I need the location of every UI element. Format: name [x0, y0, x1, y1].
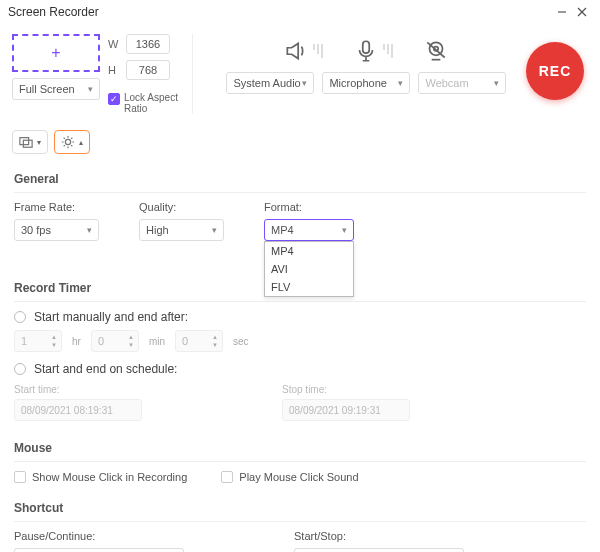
format-option-flv[interactable]: FLV [265, 278, 353, 296]
titlebar: Screen Recorder [0, 0, 600, 24]
show-click-checkbox[interactable] [14, 471, 26, 483]
lock-aspect-label: Lock Aspect Ratio [124, 92, 178, 114]
format-dropdown: MP4 AVI FLV [264, 241, 354, 297]
start-time-label: Start time: [14, 384, 142, 395]
region-controls: + Full Screen ▾ W 1366 H 768 ✓ Lock Aspe… [12, 34, 178, 114]
chevron-down-icon: ▾ [302, 78, 307, 88]
chevron-down-icon: ▾ [87, 225, 92, 235]
microphone-icon[interactable] [353, 38, 393, 64]
windowed-tab-button[interactable]: ▾ [12, 130, 48, 154]
schedule-label: Start and end on schedule: [34, 362, 177, 376]
svg-point-9 [65, 139, 70, 144]
format-option-avi[interactable]: AVI [265, 260, 353, 278]
manual-label: Start manually and end after: [34, 310, 188, 324]
startstop-label: Start/Stop: [294, 530, 464, 542]
minutes-unit: min [149, 336, 165, 347]
framerate-select[interactable]: 30 fps▾ [14, 219, 99, 241]
pause-label: Pause/Continue: [14, 530, 184, 542]
start-time-input[interactable]: 08/09/2021 08:19:31 [14, 399, 142, 421]
webcam-select[interactable]: Webcam▾ [418, 72, 506, 94]
mic-select[interactable]: Microphone▾ [322, 72, 410, 94]
record-button[interactable]: REC [526, 42, 584, 100]
minutes-spinner[interactable]: 0▲▼ [91, 330, 139, 352]
format-select[interactable]: MP4▾ [264, 219, 354, 241]
mouse-section: Mouse Show Mouse Click in Recording Play… [0, 431, 600, 485]
lock-aspect-checkbox[interactable]: ✓ [108, 93, 120, 105]
play-sound-label: Play Mouse Click Sound [239, 471, 358, 483]
seconds-unit: sec [233, 336, 249, 347]
startstop-shortcut-input[interactable]: Ctrl + F6 [294, 548, 464, 552]
stop-time-input[interactable]: 08/09/2021 09:19:31 [282, 399, 410, 421]
manual-radio[interactable] [14, 311, 26, 323]
region-mode-value: Full Screen [19, 83, 75, 95]
hours-spinner[interactable]: 1▲▼ [14, 330, 62, 352]
speaker-icon[interactable] [283, 38, 323, 64]
minimize-button[interactable] [552, 2, 572, 22]
general-title: General [14, 166, 586, 193]
region-mode-select[interactable]: Full Screen ▾ [12, 78, 100, 100]
mouse-title: Mouse [14, 435, 586, 462]
seconds-spinner[interactable]: 0▲▼ [175, 330, 223, 352]
schedule-radio[interactable] [14, 363, 26, 375]
height-label: H [108, 64, 120, 76]
svg-rect-8 [23, 140, 32, 147]
svg-rect-3 [363, 41, 370, 53]
device-panel: System Audio▾ Microphone▾ Webcam▾ [207, 34, 526, 94]
quality-label: Quality: [139, 201, 224, 213]
pause-shortcut-input[interactable]: Ctrl + F5 [14, 548, 184, 552]
svg-rect-7 [20, 138, 29, 145]
tab-row: ▾ ▴ [0, 114, 600, 162]
stop-time-label: Stop time: [282, 384, 410, 395]
chevron-down-icon: ▾ [398, 78, 403, 88]
framerate-label: Frame Rate: [14, 201, 99, 213]
play-sound-checkbox[interactable] [221, 471, 233, 483]
close-button[interactable] [572, 2, 592, 22]
chevron-down-icon: ▾ [88, 84, 93, 94]
shortcut-section: Shortcut Pause/Continue: Ctrl + F5 Start… [0, 491, 600, 552]
width-input[interactable]: 1366 [126, 34, 170, 54]
general-section: General Frame Rate: 30 fps▾ Quality: Hig… [0, 162, 600, 243]
chevron-down-icon: ▾ [212, 225, 217, 235]
chevron-down-icon: ▾ [37, 138, 41, 147]
format-option-mp4[interactable]: MP4 [265, 242, 353, 260]
height-input[interactable]: 768 [126, 60, 170, 80]
format-label: Format: [264, 201, 354, 213]
chevron-down-icon: ▾ [494, 78, 499, 88]
top-panel: + Full Screen ▾ W 1366 H 768 ✓ Lock Aspe… [0, 24, 600, 114]
chevron-up-icon: ▴ [79, 138, 83, 147]
window-title: Screen Recorder [8, 5, 552, 19]
divider [192, 34, 193, 114]
quality-select[interactable]: High▾ [139, 219, 224, 241]
shortcut-title: Shortcut [14, 495, 586, 522]
chevron-down-icon: ▾ [342, 225, 347, 235]
show-click-label: Show Mouse Click in Recording [32, 471, 187, 483]
hours-unit: hr [72, 336, 81, 347]
audio-select[interactable]: System Audio▾ [226, 72, 314, 94]
width-label: W [108, 38, 120, 50]
capture-region[interactable]: + [12, 34, 100, 72]
webcam-disabled-icon[interactable] [423, 38, 449, 64]
settings-tab-button[interactable]: ▴ [54, 130, 90, 154]
